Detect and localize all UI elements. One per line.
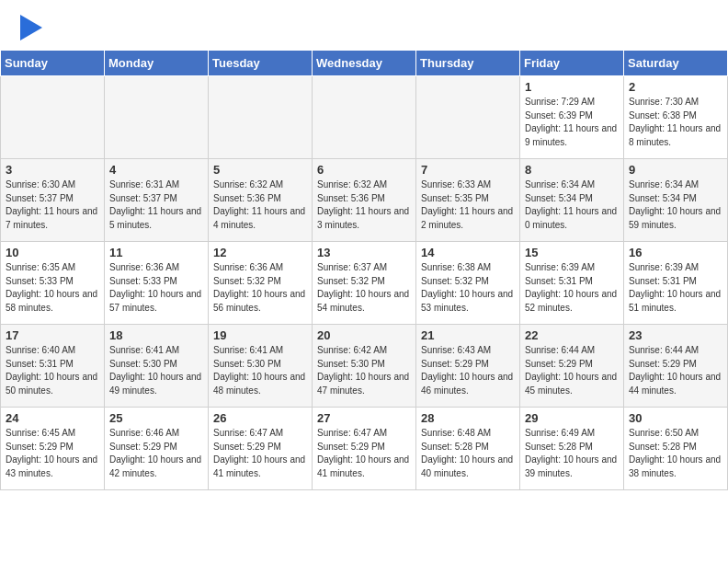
day-number: 28 xyxy=(421,411,515,425)
day-number: 10 xyxy=(6,246,99,259)
calendar-day-cell: 22Sunrise: 6:44 AM Sunset: 5:29 PM Dayli… xyxy=(520,325,624,408)
weekday-header-tuesday: Tuesday xyxy=(209,51,313,76)
day-number: 14 xyxy=(421,246,515,259)
calendar-day-cell: 29Sunrise: 6:49 AM Sunset: 5:28 PM Dayli… xyxy=(520,408,624,490)
calendar-day-cell: 18Sunrise: 6:41 AM Sunset: 5:30 PM Dayli… xyxy=(105,325,209,408)
day-info: Sunrise: 6:36 AM Sunset: 5:33 PM Dayligh… xyxy=(109,261,203,315)
weekday-header-row: SundayMondayTuesdayWednesdayThursdayFrid… xyxy=(1,51,728,76)
logo-icon xyxy=(20,15,42,40)
calendar-day-cell: 9Sunrise: 6:34 AM Sunset: 5:34 PM Daylig… xyxy=(624,159,728,242)
day-number: 8 xyxy=(525,163,619,177)
day-info: Sunrise: 6:49 AM Sunset: 5:28 PM Dayligh… xyxy=(525,427,619,480)
day-number: 4 xyxy=(109,163,203,177)
weekday-header-thursday: Thursday xyxy=(416,51,520,76)
calendar-day-cell: 3Sunrise: 6:30 AM Sunset: 5:37 PM Daylig… xyxy=(1,159,105,242)
calendar-day-cell: 16Sunrise: 6:39 AM Sunset: 5:31 PM Dayli… xyxy=(624,242,728,325)
day-info: Sunrise: 6:34 AM Sunset: 5:34 PM Dayligh… xyxy=(629,178,722,232)
day-number: 1 xyxy=(525,80,619,94)
day-number: 24 xyxy=(6,411,99,425)
day-number: 29 xyxy=(525,411,619,425)
day-number: 25 xyxy=(109,411,203,425)
day-number: 9 xyxy=(629,163,722,177)
calendar-day-cell: 4Sunrise: 6:31 AM Sunset: 5:37 PM Daylig… xyxy=(105,159,209,242)
day-info: Sunrise: 6:45 AM Sunset: 5:29 PM Dayligh… xyxy=(6,427,99,480)
calendar-week-row: 17Sunrise: 6:40 AM Sunset: 5:31 PM Dayli… xyxy=(1,325,728,408)
calendar-day-cell: 15Sunrise: 6:39 AM Sunset: 5:31 PM Dayli… xyxy=(520,242,624,325)
calendar-day-cell: 23Sunrise: 6:44 AM Sunset: 5:29 PM Dayli… xyxy=(624,325,728,408)
day-number: 2 xyxy=(629,80,722,94)
day-info: Sunrise: 6:48 AM Sunset: 5:28 PM Dayligh… xyxy=(421,427,515,480)
day-number: 3 xyxy=(6,163,99,177)
day-number: 12 xyxy=(213,246,307,259)
calendar-week-row: 3Sunrise: 6:30 AM Sunset: 5:37 PM Daylig… xyxy=(1,159,728,242)
day-info: Sunrise: 6:31 AM Sunset: 5:37 PM Dayligh… xyxy=(109,178,203,232)
svg-marker-0 xyxy=(20,15,42,40)
calendar-table: SundayMondayTuesdayWednesdayThursdayFrid… xyxy=(0,50,728,490)
calendar-day-cell: 8Sunrise: 6:34 AM Sunset: 5:34 PM Daylig… xyxy=(520,159,624,242)
weekday-header-wednesday: Wednesday xyxy=(313,51,416,76)
calendar-day-cell: 5Sunrise: 6:32 AM Sunset: 5:36 PM Daylig… xyxy=(209,159,313,242)
day-number: 5 xyxy=(213,163,307,177)
day-number: 27 xyxy=(317,411,411,425)
weekday-header-saturday: Saturday xyxy=(624,51,728,76)
calendar-day-cell: 21Sunrise: 6:43 AM Sunset: 5:29 PM Dayli… xyxy=(416,325,520,408)
day-number: 21 xyxy=(421,328,515,342)
day-number: 7 xyxy=(421,163,515,177)
day-number: 19 xyxy=(213,328,307,342)
calendar-day-cell: 27Sunrise: 6:47 AM Sunset: 5:29 PM Dayli… xyxy=(313,408,416,490)
calendar-day-cell xyxy=(313,76,416,159)
calendar-day-cell: 26Sunrise: 6:47 AM Sunset: 5:29 PM Dayli… xyxy=(209,408,313,490)
day-info: Sunrise: 7:29 AM Sunset: 6:39 PM Dayligh… xyxy=(525,96,619,149)
calendar-day-cell xyxy=(209,76,313,159)
day-info: Sunrise: 6:32 AM Sunset: 5:36 PM Dayligh… xyxy=(317,178,411,232)
calendar-day-cell: 10Sunrise: 6:35 AM Sunset: 5:33 PM Dayli… xyxy=(1,242,105,325)
weekday-header-sunday: Sunday xyxy=(1,51,105,76)
calendar-day-cell xyxy=(416,76,520,159)
day-info: Sunrise: 6:44 AM Sunset: 5:29 PM Dayligh… xyxy=(629,344,722,397)
day-number: 18 xyxy=(109,328,203,342)
day-number: 20 xyxy=(317,328,411,342)
day-info: Sunrise: 7:30 AM Sunset: 6:38 PM Dayligh… xyxy=(629,96,722,149)
day-info: Sunrise: 6:44 AM Sunset: 5:29 PM Dayligh… xyxy=(525,344,619,397)
day-info: Sunrise: 6:36 AM Sunset: 5:32 PM Dayligh… xyxy=(213,261,307,315)
day-info: Sunrise: 6:41 AM Sunset: 5:30 PM Dayligh… xyxy=(213,344,307,397)
day-number: 15 xyxy=(525,246,619,259)
page-header xyxy=(0,0,728,50)
day-number: 30 xyxy=(629,411,722,425)
day-info: Sunrise: 6:42 AM Sunset: 5:30 PM Dayligh… xyxy=(317,344,411,397)
day-info: Sunrise: 6:50 AM Sunset: 5:28 PM Dayligh… xyxy=(629,427,722,480)
day-info: Sunrise: 6:33 AM Sunset: 5:35 PM Dayligh… xyxy=(421,178,515,232)
day-info: Sunrise: 6:43 AM Sunset: 5:29 PM Dayligh… xyxy=(421,344,515,397)
day-info: Sunrise: 6:39 AM Sunset: 5:31 PM Dayligh… xyxy=(525,261,619,315)
day-info: Sunrise: 6:30 AM Sunset: 5:37 PM Dayligh… xyxy=(6,178,99,232)
calendar-week-row: 1Sunrise: 7:29 AM Sunset: 6:39 PM Daylig… xyxy=(1,76,728,159)
day-info: Sunrise: 6:37 AM Sunset: 5:32 PM Dayligh… xyxy=(317,261,411,315)
calendar-day-cell: 17Sunrise: 6:40 AM Sunset: 5:31 PM Dayli… xyxy=(1,325,105,408)
day-number: 6 xyxy=(317,163,411,177)
calendar-header: SundayMondayTuesdayWednesdayThursdayFrid… xyxy=(1,51,728,76)
day-info: Sunrise: 6:46 AM Sunset: 5:29 PM Dayligh… xyxy=(109,427,203,480)
day-info: Sunrise: 6:41 AM Sunset: 5:30 PM Dayligh… xyxy=(109,344,203,397)
day-info: Sunrise: 6:40 AM Sunset: 5:31 PM Dayligh… xyxy=(6,344,99,397)
day-number: 26 xyxy=(213,411,307,425)
day-number: 22 xyxy=(525,328,619,342)
calendar-day-cell: 28Sunrise: 6:48 AM Sunset: 5:28 PM Dayli… xyxy=(416,408,520,490)
day-info: Sunrise: 6:35 AM Sunset: 5:33 PM Dayligh… xyxy=(6,261,99,315)
calendar-day-cell: 30Sunrise: 6:50 AM Sunset: 5:28 PM Dayli… xyxy=(624,408,728,490)
calendar-day-cell: 12Sunrise: 6:36 AM Sunset: 5:32 PM Dayli… xyxy=(209,242,313,325)
day-info: Sunrise: 6:47 AM Sunset: 5:29 PM Dayligh… xyxy=(317,427,411,480)
day-number: 23 xyxy=(629,328,722,342)
calendar-week-row: 10Sunrise: 6:35 AM Sunset: 5:33 PM Dayli… xyxy=(1,242,728,325)
weekday-header-friday: Friday xyxy=(520,51,624,76)
calendar-week-row: 24Sunrise: 6:45 AM Sunset: 5:29 PM Dayli… xyxy=(1,408,728,490)
calendar-day-cell: 11Sunrise: 6:36 AM Sunset: 5:33 PM Dayli… xyxy=(105,242,209,325)
day-number: 11 xyxy=(109,246,203,259)
calendar-day-cell: 25Sunrise: 6:46 AM Sunset: 5:29 PM Dayli… xyxy=(105,408,209,490)
day-info: Sunrise: 6:32 AM Sunset: 5:36 PM Dayligh… xyxy=(213,178,307,232)
calendar-day-cell: 14Sunrise: 6:38 AM Sunset: 5:32 PM Dayli… xyxy=(416,242,520,325)
day-info: Sunrise: 6:47 AM Sunset: 5:29 PM Dayligh… xyxy=(213,427,307,480)
calendar-day-cell xyxy=(1,76,105,159)
day-number: 13 xyxy=(317,246,411,259)
day-info: Sunrise: 6:39 AM Sunset: 5:31 PM Dayligh… xyxy=(629,261,722,315)
calendar-day-cell: 13Sunrise: 6:37 AM Sunset: 5:32 PM Dayli… xyxy=(313,242,416,325)
